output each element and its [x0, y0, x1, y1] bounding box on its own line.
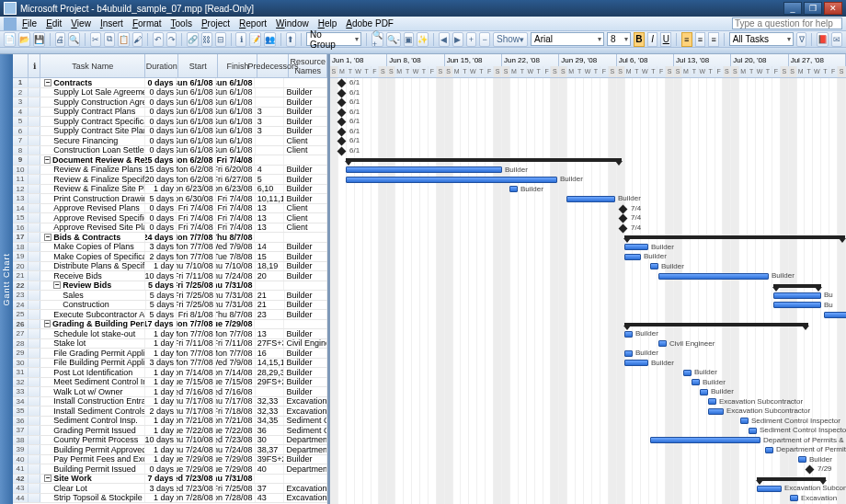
table-row[interactable]: 12Review & Finalize Site Plan1 dayMon 6/… [13, 185, 327, 195]
duration-cell[interactable]: 1 day [145, 455, 177, 464]
task-bar[interactable] [346, 177, 557, 183]
resource-cell[interactable]: Department of P [284, 445, 327, 454]
finish-cell[interactable]: Sun 6/1/08 [216, 78, 256, 87]
start-cell[interactable]: Fri 7/4/08 [177, 223, 216, 233]
table-row[interactable]: 16Approve Revised Site Plan0 daysFri 7/4… [13, 223, 327, 234]
table-row[interactable]: 40Pay Permit Fees and Excise Taxes1 dayT… [13, 455, 327, 465]
goto-task-icon[interactable]: ▣ [404, 32, 415, 47]
task-bar[interactable] [624, 331, 633, 338]
unlink-icon[interactable]: ⛓ [201, 32, 212, 47]
finish-cell[interactable]: Mon 6/23/08 [216, 185, 256, 194]
start-cell[interactable]: Fri 8/1/08 [177, 310, 216, 319]
table-row[interactable]: 33Walk Lot w/ Owner1 dayWed 7/16/08Wed 7… [13, 387, 327, 397]
finish-cell[interactable]: Thu 8/7/08 [216, 310, 256, 319]
finish-cell[interactable]: Sun 6/1/08 [216, 136, 256, 145]
duration-cell[interactable]: 0 days [145, 223, 177, 233]
finish-cell[interactable]: Wed 7/9/08 [216, 359, 256, 368]
pred-cell[interactable]: 13 [256, 223, 285, 233]
resource-cell[interactable]: Excavation Sub [284, 484, 327, 493]
summary-bar[interactable] [346, 158, 622, 162]
pred-cell[interactable]: 18,19 [256, 262, 285, 271]
task-name-cell[interactable]: Supply Contract Site Plan [40, 127, 145, 136]
task-bar[interactable] [566, 196, 615, 202]
task-name-cell[interactable]: Supply Lot Sale Agreement [40, 88, 145, 97]
task-name-cell[interactable]: Supply Contract Specifications [40, 117, 145, 126]
pred-cell[interactable]: 13 [256, 329, 285, 338]
help-search[interactable] [732, 17, 842, 29]
duration-cell[interactable]: 0 days [145, 117, 177, 126]
resource-cell[interactable]: Builder [284, 349, 327, 358]
finish-cell[interactable]: Tue 7/29/08 [216, 320, 256, 329]
task-name-cell[interactable]: Clear Lot [40, 484, 145, 493]
pred-cell[interactable]: 34,35 [256, 417, 285, 426]
resource-cell[interactable]: Excavation Sub [284, 407, 327, 416]
resource-cell[interactable]: Builder [284, 127, 327, 136]
duration-cell[interactable]: 5 days [146, 291, 177, 300]
duration-cell[interactable]: 10 days [145, 271, 177, 281]
header-indicator[interactable]: ℹ [29, 54, 40, 77]
task-bar[interactable] [346, 166, 502, 173]
duration-cell[interactable]: 3 days [145, 243, 177, 252]
resource-cell[interactable]: Builder [285, 301, 327, 310]
duration-cell[interactable]: 2 days [145, 407, 177, 416]
finish-cell[interactable]: Fri 7/18/08 [216, 407, 256, 416]
start-cell[interactable]: Fri 7/4/08 [177, 204, 216, 213]
zoom-out-icon[interactable]: 🔍- [386, 32, 401, 47]
pred-cell[interactable] [256, 88, 285, 97]
filter-combo[interactable]: All Tasks [729, 32, 794, 46]
task-name-cell[interactable]: County Permit Process [40, 436, 145, 445]
copy-icon[interactable]: ⧉ [104, 32, 115, 47]
start-cell[interactable]: Mon 7/7/08 [177, 233, 216, 242]
start-cell[interactable]: Fri 7/11/08 [177, 271, 216, 281]
start-cell[interactable]: Mon 7/28/08 [177, 494, 216, 503]
task-bar[interactable] [624, 254, 641, 260]
menu-project[interactable]: Project [201, 18, 230, 29]
table-row[interactable]: 39Building Permit Approved1 dayThu 7/24/… [13, 445, 327, 455]
start-cell[interactable]: Sun 6/1/08 [177, 97, 216, 107]
new-icon[interactable]: 📄 [4, 32, 16, 47]
autofilter-icon[interactable]: ∇ [796, 32, 807, 47]
table-row[interactable]: 34Install Construction Entrance1 dayThu … [13, 397, 327, 407]
task-name-cell[interactable]: Receive Bids [40, 271, 145, 281]
row-number[interactable]: 35 [13, 407, 29, 416]
task-bar[interactable] [509, 186, 518, 192]
start-cell[interactable]: Mon 7/7/08 [177, 359, 216, 368]
resource-cell[interactable]: Builder [284, 166, 327, 175]
menu-format[interactable]: Format [132, 18, 162, 29]
row-number[interactable]: 34 [13, 397, 29, 407]
finish-cell[interactable]: Wed 7/23/08 [216, 436, 256, 445]
pred-cell[interactable] [256, 387, 285, 396]
finish-cell[interactable]: Fri 7/4/08 [216, 194, 256, 203]
pred-cell[interactable]: 3 [256, 117, 285, 126]
pred-cell[interactable]: 29FS+2 days,28 [256, 378, 285, 387]
start-cell[interactable]: Mon 7/14/08 [177, 368, 216, 377]
duration-cell[interactable]: 1 day [145, 339, 177, 349]
pdf-icon[interactable]: 📕 [817, 32, 829, 47]
row-number[interactable]: 16 [13, 223, 29, 233]
start-cell[interactable]: Mon 7/7/08 [177, 320, 216, 329]
summary-bar[interactable] [624, 323, 808, 326]
resource-cell[interactable]: Client [284, 223, 327, 233]
duration-cell[interactable]: 1 day [145, 378, 177, 387]
resource-cell[interactable]: Builder [284, 368, 327, 377]
view-bar[interactable]: Gantt Chart [0, 54, 13, 504]
row-number[interactable]: 11 [13, 175, 29, 184]
finish-cell[interactable]: Fri 7/4/08 [216, 155, 256, 165]
resource-cell[interactable]: Client [284, 213, 327, 223]
finish-cell[interactable]: Fri 7/4/08 [216, 213, 256, 223]
menu-help[interactable]: Help [318, 18, 337, 29]
duration-cell[interactable]: 5 days [145, 194, 177, 203]
expander-icon[interactable]: − [44, 234, 51, 241]
resource-cell[interactable]: Department of P [284, 464, 327, 474]
task-name-cell[interactable]: Sales [40, 291, 146, 300]
pred-cell[interactable]: 36 [256, 426, 285, 435]
hide-subtasks-icon[interactable]: − [479, 32, 490, 47]
finish-cell[interactable]: Mon 7/28/08 [216, 494, 256, 503]
task-bar[interactable] [708, 408, 724, 415]
finish-cell[interactable]: Thu 7/31/08 [216, 475, 256, 484]
finish-cell[interactable]: Thu 7/24/08 [216, 271, 256, 281]
start-cell[interactable]: Tue 7/29/08 [177, 455, 216, 464]
finish-cell[interactable]: Sun 6/1/08 [216, 127, 256, 136]
duration-cell[interactable]: 1 day [145, 387, 177, 396]
task-name-cell[interactable]: Pay Permit Fees and Excise Taxes [40, 455, 145, 464]
